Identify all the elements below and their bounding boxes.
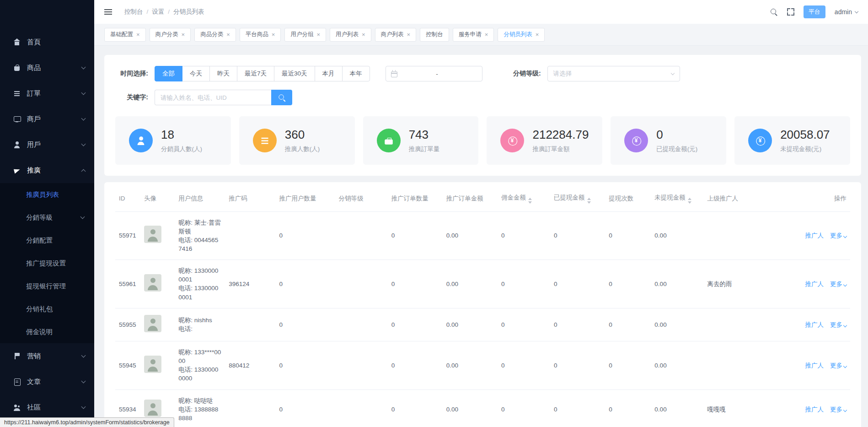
sort-icon[interactable] <box>587 198 591 204</box>
sidebar-item[interactable]: 用戶 <box>0 132 94 157</box>
sort-icon[interactable] <box>528 198 532 204</box>
more-link[interactable]: 更多 <box>830 232 847 239</box>
cell-withdraw-times: 0 <box>605 260 651 308</box>
sidebar-item[interactable]: 营销 <box>0 343 94 369</box>
close-icon[interactable] <box>272 32 275 38</box>
table-row: 55945 昵称: 133****0000 电话: 13300000000 88… <box>115 341 850 389</box>
promoter-link[interactable]: 推广人 <box>805 321 824 328</box>
time-filter-button[interactable]: 最近7天 <box>237 66 274 81</box>
breadcrumb-item[interactable]: 控制台 <box>124 8 148 16</box>
promoter-link[interactable]: 推广人 <box>805 406 824 413</box>
sidebar-subitem[interactable]: 推廣員列表 <box>0 183 94 206</box>
sidebar-menu-top: 首頁 商品 訂單 商戶 <box>0 29 94 183</box>
breadcrumb-item[interactable]: 设置 <box>152 8 170 16</box>
sidebar-item[interactable]: 訂單 <box>0 81 94 106</box>
promoter-link[interactable]: 推广人 <box>805 232 824 239</box>
sidebar-subitem[interactable]: 分销礼包 <box>0 297 94 320</box>
promoter-link[interactable]: 推广人 <box>805 281 824 287</box>
close-icon[interactable] <box>182 32 185 38</box>
page-tab[interactable]: 商户分类 <box>150 28 191 42</box>
stat-label: 推廣人數(人) <box>285 145 320 153</box>
chevron-down-icon <box>670 71 674 75</box>
sidebar-item-icon <box>13 115 21 123</box>
sidebar-item[interactable]: 社區 <box>0 395 94 420</box>
page-tab[interactable]: 控制台 <box>420 28 449 42</box>
tab-label: 基础配置 <box>110 31 133 38</box>
cell-level <box>335 341 388 389</box>
cell-userinfo: 昵称: 133****0000 电话: 13300000000 <box>175 341 225 389</box>
more-link[interactable]: 更多 <box>830 281 847 287</box>
page-tab[interactable]: 用户分组 <box>284 28 326 42</box>
close-icon[interactable] <box>136 32 140 38</box>
column-header: 上级推广人 <box>704 186 791 211</box>
sidebar-item[interactable]: 商品 <box>0 55 94 81</box>
column-header-label: 佣金金额 <box>501 194 526 201</box>
close-icon[interactable] <box>407 32 411 38</box>
promoter-link[interactable]: 推广人 <box>805 362 824 369</box>
table-header-row: ID 头像 用户信息 <box>115 186 850 211</box>
cell-actions: 推广人更多 <box>791 308 850 341</box>
cell-unwithdrawn: 0.00 <box>651 211 703 260</box>
platform-badge[interactable]: 平台 <box>804 5 825 18</box>
breadcrumb-item[interactable]: 分销员列表 <box>173 8 204 16</box>
table-card: ID 头像 用户信息 <box>104 182 861 427</box>
close-icon[interactable] <box>485 32 488 38</box>
sidebar-subitem[interactable]: 提现银行管理 <box>0 275 94 297</box>
search-icon[interactable] <box>770 8 778 16</box>
cell-id: 55971 <box>115 211 140 260</box>
time-filter-button[interactable]: 本年 <box>342 66 370 81</box>
more-link[interactable]: 更多 <box>830 406 847 413</box>
sort-icon[interactable] <box>688 198 691 204</box>
sidebar: 首頁 商品 訂單 商戶 <box>0 0 94 427</box>
phone-label: 电话: <box>178 237 194 243</box>
sidebar-item[interactable]: 商戶 <box>0 106 94 132</box>
sidebar-item[interactable]: 首頁 <box>0 29 94 55</box>
chevron-down-icon <box>843 364 847 368</box>
page-tab[interactable]: 服务申请 <box>453 28 494 42</box>
search-button[interactable] <box>271 90 292 105</box>
tab-label: 商品分类 <box>200 31 223 38</box>
column-header: 推广订单金额 <box>443 186 498 211</box>
sidebar-subitem[interactable]: 分銷配置 <box>0 229 94 252</box>
page-tab[interactable]: 平台商品 <box>240 28 281 42</box>
more-link[interactable]: 更多 <box>830 321 847 328</box>
close-icon[interactable] <box>226 32 230 38</box>
page-tab[interactable]: 商户列表 <box>375 28 417 42</box>
page-tab[interactable]: 基础配置 <box>104 28 146 42</box>
close-icon[interactable] <box>362 32 365 38</box>
time-filter-button[interactable]: 最近30天 <box>274 66 315 81</box>
menu-collapse-icon[interactable] <box>104 9 113 15</box>
sidebar-item-icon <box>13 352 21 360</box>
cell-parent-promoter <box>704 211 791 260</box>
sidebar-item[interactable]: 推廣 <box>0 157 94 183</box>
time-filter-button[interactable]: 全部 <box>155 66 182 81</box>
time-filter-button[interactable]: 今天 <box>182 66 210 81</box>
fullscreen-icon[interactable] <box>787 8 794 16</box>
level-select[interactable]: 请选择 <box>547 66 680 81</box>
page-tab[interactable]: 分销员列表 <box>498 28 545 42</box>
cell-level <box>335 389 388 427</box>
cell-withdrawn: 0 <box>550 389 605 427</box>
keyword-input[interactable] <box>155 90 271 105</box>
user-dropdown[interactable]: admin <box>835 8 858 16</box>
page-tab[interactable]: 用户列表 <box>330 28 371 42</box>
page-tab[interactable]: 商品分类 <box>194 28 236 42</box>
cell-parent-promoter <box>704 308 791 341</box>
sidebar-item[interactable]: 文章 <box>0 369 94 395</box>
phone-label: 电话: <box>178 325 193 332</box>
sidebar-subitem[interactable]: 分銷等級 <box>0 206 94 229</box>
cell-id: 55945 <box>115 341 140 389</box>
cell-order-count: 0 <box>388 211 443 260</box>
close-icon[interactable] <box>316 32 320 38</box>
sidebar-subitem[interactable]: 佣金说明 <box>0 320 94 343</box>
cell-id: 55955 <box>115 308 140 341</box>
time-filter-button[interactable]: 本月 <box>315 66 343 81</box>
more-link[interactable]: 更多 <box>830 362 847 369</box>
link-status-tooltip: https://211.haiwaiym6.top/admin/systemFo… <box>0 417 174 427</box>
time-filter-button[interactable]: 昨天 <box>209 66 237 81</box>
time-filter-row: 时间选择: 全部 今天 昨天 最近7天 最近30天 本 <box>115 66 850 81</box>
close-icon[interactable] <box>536 32 539 38</box>
sidebar-subitem[interactable]: 推广提现设置 <box>0 252 94 275</box>
stat-glyph-icon <box>136 135 146 146</box>
date-range-picker[interactable]: - <box>386 66 482 81</box>
